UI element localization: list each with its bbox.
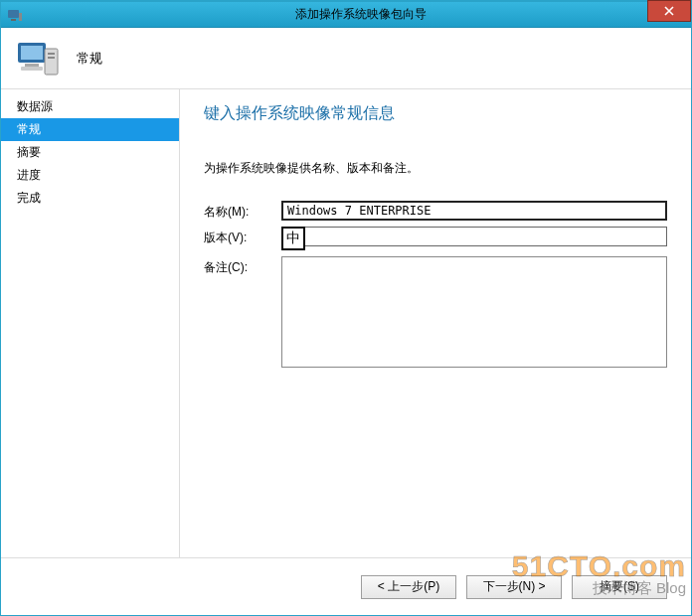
name-input[interactable] [281,201,667,221]
row-version: 版本(V): 中 [204,227,667,250]
content-panel: 键入操作系统映像常规信息 为操作系统映像提供名称、版本和备注。 名称(M): 版… [180,89,691,557]
svg-rect-9 [48,57,55,59]
comment-textarea[interactable] [281,256,667,368]
titlebar: 添加操作系统映像包向导 [1,2,691,28]
wizard-window: 添加操作系统映像包向导 常规 数据源 常规 摘要 进度 完成 [0,0,692,616]
svg-rect-1 [11,19,16,21]
svg-rect-4 [21,46,43,60]
prev-button[interactable]: < 上一步(P) [361,575,456,599]
instruction-text: 为操作系统映像提供名称、版本和备注。 [204,160,667,177]
svg-rect-6 [21,67,43,71]
content-heading: 键入操作系统映像常规信息 [204,103,667,124]
summary-button[interactable]: 摘要(S) [572,575,667,599]
ime-indicator[interactable]: 中 [281,227,305,250]
sidebar-item-finish[interactable]: 完成 [1,187,179,210]
svg-rect-7 [45,49,58,75]
svg-rect-8 [48,53,55,55]
sidebar-item-general[interactable]: 常规 [1,118,179,141]
sidebar-item-progress[interactable]: 进度 [1,164,179,187]
sidebar: 数据源 常规 摘要 进度 完成 [1,89,180,557]
sidebar-item-summary[interactable]: 摘要 [1,141,179,164]
label-version: 版本(V): [204,227,281,246]
svg-rect-2 [19,13,22,21]
header-title: 常规 [77,50,102,68]
titlebar-title: 添加操作系统映像包向导 [31,6,691,23]
computer-icon [15,35,63,82]
app-icon [7,7,23,23]
version-input[interactable] [304,227,667,246]
header-banner: 常规 [1,28,691,89]
label-name: 名称(M): [204,201,281,221]
next-button[interactable]: 下一步(N) > [466,575,562,599]
label-comment: 备注(C): [204,256,281,276]
sidebar-item-datasource[interactable]: 数据源 [1,95,179,118]
row-comment: 备注(C): [204,256,667,371]
wizard-body: 数据源 常规 摘要 进度 完成 键入操作系统映像常规信息 为操作系统映像提供名称… [1,89,691,557]
close-button[interactable] [647,0,691,22]
button-bar: < 上一步(P) 下一步(N) > 摘要(S) [1,557,691,615]
row-name: 名称(M): [204,201,667,221]
svg-rect-5 [25,64,39,67]
svg-rect-0 [8,10,19,18]
